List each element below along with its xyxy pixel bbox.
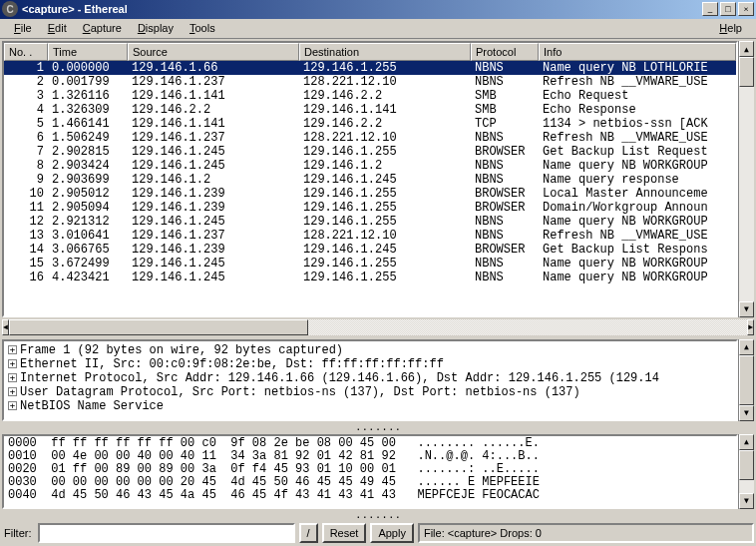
packet-row[interactable]: 153.672499129.146.1.245129.146.1.255NBNS…: [4, 257, 736, 271]
cell: 129.146.1.245: [128, 145, 299, 159]
tree-ethernet[interactable]: Ethernet II, Src: 00:c0:9f:08:2e:be, Dst…: [20, 357, 444, 371]
scroll-thumb[interactable]: [739, 355, 754, 405]
cell: Name query response: [539, 173, 736, 187]
cell: BROWSER: [471, 201, 539, 215]
packet-row[interactable]: 10.000000129.146.1.66129.146.1.255NBNSNa…: [4, 61, 736, 75]
cell: 1134 > netbios-ssn [ACK: [539, 117, 736, 131]
packet-row[interactable]: 112.905094129.146.1.239129.146.1.255BROW…: [4, 201, 736, 215]
close-button[interactable]: ×: [738, 2, 754, 16]
cell: 1.466141: [48, 117, 128, 131]
scroll-thumb[interactable]: [739, 450, 754, 480]
filter-clear-button[interactable]: /: [299, 523, 318, 543]
scroll-up-icon[interactable]: ▲: [739, 434, 754, 450]
cell: 3.010641: [48, 229, 128, 243]
app-icon: C: [2, 1, 18, 17]
hex-dump-pane: 0000 ff ff ff ff ff ff 00 c0 9f 08 2e be…: [2, 434, 754, 509]
window-title: <capture> - Ethereal: [22, 3, 702, 15]
cell: Local Master Announceme: [539, 187, 736, 201]
scroll-right-icon[interactable]: ▶: [747, 319, 754, 335]
tree-ip[interactable]: Internet Protocol, Src Addr: 129.146.1.6…: [20, 371, 659, 385]
packet-list-hscroll[interactable]: ◀ ▶: [2, 319, 754, 335]
scroll-up-icon[interactable]: ▲: [739, 41, 754, 57]
cell: TCP: [471, 117, 539, 131]
filter-input[interactable]: [38, 523, 295, 543]
packet-row[interactable]: 143.066765129.146.1.239129.146.1.245BROW…: [4, 243, 736, 257]
menubar: File Edit Capture Display Tools Help: [0, 19, 756, 40]
col-header-info[interactable]: Info: [539, 43, 736, 61]
maximize-button[interactable]: □: [720, 2, 736, 16]
menu-edit[interactable]: Edit: [40, 20, 75, 36]
scroll-up-icon[interactable]: ▲: [739, 339, 754, 355]
packet-row[interactable]: 92.903699129.146.1.2129.146.1.245NBNSNam…: [4, 173, 736, 187]
scroll-down-icon[interactable]: ▼: [739, 493, 754, 509]
packet-row[interactable]: 82.903424129.146.1.245129.146.1.2NBNSNam…: [4, 159, 736, 173]
hex-vscroll[interactable]: ▲ ▼: [738, 434, 754, 509]
statusbar: Filter: / Reset Apply File: <capture> Dr…: [2, 522, 754, 544]
scroll-down-icon[interactable]: ▼: [739, 405, 754, 421]
cell: BROWSER: [471, 187, 539, 201]
scroll-thumb[interactable]: [739, 57, 754, 87]
expander-icon[interactable]: +: [8, 359, 17, 368]
packet-row[interactable]: 133.010641129.146.1.237128.221.12.10NBNS…: [4, 229, 736, 243]
col-header-destination[interactable]: Destination: [299, 43, 471, 61]
packet-row[interactable]: 61.506249129.146.1.237128.221.12.10NBNSR…: [4, 131, 736, 145]
scroll-down-icon[interactable]: ▼: [739, 301, 754, 317]
col-header-time[interactable]: Time: [48, 43, 128, 61]
cell: Refresh NB __VMWARE_USE: [539, 131, 736, 145]
packet-row[interactable]: 164.423421129.146.1.245129.146.1.255NBNS…: [4, 271, 736, 284]
window-titlebar: C <capture> - Ethereal _ □ ×: [0, 0, 756, 19]
cell: Name query NB WORKGROUP: [539, 257, 736, 271]
cell: 16: [4, 271, 48, 284]
pane-divider[interactable]: .......: [0, 423, 756, 432]
scroll-left-icon[interactable]: ◀: [2, 319, 9, 335]
cell: 129.146.1.237: [128, 229, 299, 243]
col-header-source[interactable]: Source: [128, 43, 299, 61]
apply-button[interactable]: Apply: [370, 523, 414, 543]
cell: 129.146.1.239: [128, 187, 299, 201]
cell: 129.146.1.255: [299, 145, 471, 159]
pane-divider[interactable]: .......: [0, 511, 756, 520]
menu-file[interactable]: File: [6, 20, 40, 36]
cell: NBNS: [471, 271, 539, 284]
expander-icon[interactable]: +: [8, 345, 17, 354]
menu-help[interactable]: Help: [711, 20, 750, 36]
cell: NBNS: [471, 159, 539, 173]
packet-row[interactable]: 72.902815129.146.1.245129.146.1.255BROWS…: [4, 145, 736, 159]
packet-row[interactable]: 51.466141129.146.1.141129.146.2.2TCP1134…: [4, 117, 736, 131]
col-header-protocol[interactable]: Protocol: [471, 43, 539, 61]
packet-row[interactable]: 122.921312129.146.1.245129.146.1.255NBNS…: [4, 215, 736, 229]
cell: 129.146.1.141: [299, 103, 471, 117]
packet-row[interactable]: 20.001799129.146.1.237128.221.12.10NBNSR…: [4, 75, 736, 89]
col-header-no[interactable]: No. .: [4, 43, 48, 61]
protocol-tree[interactable]: +Frame 1 (92 bytes on wire, 92 bytes cap…: [2, 339, 738, 421]
packet-row[interactable]: 31.326116129.146.1.141129.146.2.2SMBEcho…: [4, 89, 736, 103]
packet-rows[interactable]: 10.000000129.146.1.66129.146.1.255NBNSNa…: [4, 61, 736, 284]
tree-vscroll[interactable]: ▲ ▼: [738, 339, 754, 421]
cell: 12: [4, 215, 48, 229]
cell: 129.146.1.245: [299, 173, 471, 187]
expander-icon[interactable]: +: [8, 401, 17, 410]
menu-capture[interactable]: Capture: [75, 20, 130, 36]
cell: NBNS: [471, 215, 539, 229]
packet-list-vscroll[interactable]: ▲ ▼: [738, 41, 754, 316]
tree-frame[interactable]: Frame 1 (92 bytes on wire, 92 bytes capt…: [20, 343, 343, 357]
expander-icon[interactable]: +: [8, 387, 17, 396]
hscroll-thumb[interactable]: [9, 319, 308, 335]
cell: NBNS: [471, 75, 539, 89]
menu-display[interactable]: Display: [130, 20, 182, 36]
packet-row[interactable]: 41.326309129.146.2.2129.146.1.141SMBEcho…: [4, 103, 736, 117]
tree-udp[interactable]: User Datagram Protocol, Src Port: netbio…: [20, 385, 580, 399]
minimize-button[interactable]: _: [702, 2, 718, 16]
cell: 5: [4, 117, 48, 131]
hex-dump[interactable]: 0000 ff ff ff ff ff ff 00 c0 9f 08 2e be…: [2, 434, 738, 509]
packet-row[interactable]: 102.905012129.146.1.239129.146.1.255BROW…: [4, 187, 736, 201]
expander-icon[interactable]: +: [8, 373, 17, 382]
cell: 129.146.1.141: [128, 89, 299, 103]
tree-nbns[interactable]: NetBIOS Name Service: [20, 399, 164, 413]
reset-button[interactable]: Reset: [322, 523, 367, 543]
cell: 129.146.1.255: [299, 61, 471, 75]
cell: 4: [4, 103, 48, 117]
cell: 0.000000: [48, 61, 128, 75]
cell: 6: [4, 131, 48, 145]
menu-tools[interactable]: Tools: [182, 20, 223, 36]
